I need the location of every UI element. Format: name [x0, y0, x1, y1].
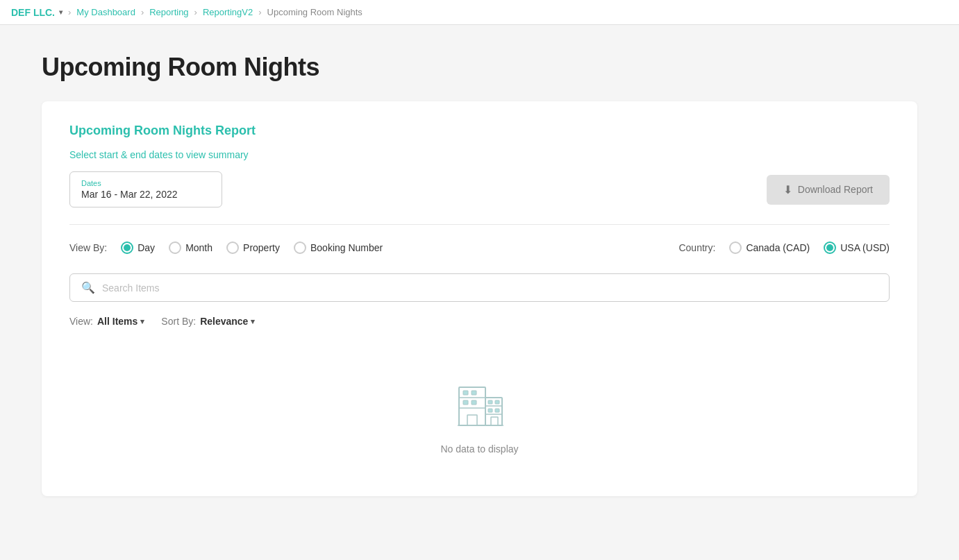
empty-state-text: No data to display	[440, 443, 518, 455]
report-subtitle: Upcoming Room Nights Report	[69, 124, 890, 138]
hint-static-2: &	[118, 149, 130, 160]
brand-name: DEF LLC.	[11, 7, 55, 18]
report-card: Upcoming Room Nights Report Select start…	[42, 101, 917, 496]
nav-reportingv2[interactable]: ReportingV2	[203, 7, 253, 17]
country-label: Country:	[678, 242, 715, 253]
sort-filter-chevron: ▾	[251, 317, 255, 326]
country-options: Country: Canada (CAD) USA (USD)	[678, 241, 890, 254]
view-filter-label: View:	[69, 316, 93, 327]
view-filter-value: All Items	[97, 316, 137, 327]
report-hint: Select start & end dates to view summary	[69, 149, 890, 160]
download-icon: ⬇	[783, 183, 792, 196]
date-picker[interactable]: Dates Mar 16 - Mar 22, 2022	[69, 171, 222, 207]
radio-day-circle	[121, 241, 133, 254]
dates-label: Dates	[81, 179, 210, 187]
svg-rect-13	[488, 409, 492, 412]
view-by-label: View By:	[69, 242, 107, 253]
radio-canada-circle	[729, 241, 742, 254]
hint-static-3: dates to view	[147, 149, 209, 160]
sep-1: ›	[68, 7, 71, 17]
svg-rect-14	[495, 409, 499, 412]
view-filter-dropdown[interactable]: All Items ▾	[97, 316, 144, 327]
hint-start: start	[99, 149, 118, 160]
nav-reporting[interactable]: Reporting	[149, 7, 188, 17]
sep-3: ›	[194, 7, 197, 17]
sort-filter-dropdown[interactable]: Relevance ▾	[200, 316, 255, 327]
radio-booking-label: Booking Number	[310, 242, 383, 253]
view-by-booking[interactable]: Booking Number	[294, 241, 383, 254]
sort-filter: Sort By: Relevance ▾	[161, 316, 255, 327]
download-report-button[interactable]: ⬇ Download Report	[767, 175, 890, 205]
svg-rect-5	[463, 400, 468, 405]
radio-property-label: Property	[243, 242, 280, 253]
view-by-property[interactable]: Property	[226, 241, 280, 254]
view-by-options: View By: Day Month Property Booking Numb…	[69, 241, 383, 254]
svg-rect-3	[463, 391, 468, 395]
brand-selector[interactable]: DEF LLC. ▾	[11, 7, 62, 18]
nav-dashboard[interactable]: My Dashboard	[76, 7, 135, 17]
radio-usa-label: USA (USD)	[840, 242, 890, 253]
view-filter: View: All Items ▾	[69, 316, 144, 327]
svg-rect-4	[472, 391, 476, 395]
hint-end: end	[130, 149, 146, 160]
download-label: Download Report	[798, 184, 873, 195]
building-icon	[452, 377, 508, 432]
section-divider	[69, 224, 890, 225]
search-icon: 🔍	[81, 281, 95, 294]
radio-month-label: Month	[185, 242, 212, 253]
sep-2: ›	[141, 7, 144, 17]
svg-rect-12	[495, 400, 499, 404]
country-usa[interactable]: USA (USD)	[824, 241, 890, 254]
sort-filter-value: Relevance	[200, 316, 248, 327]
hint-summary: summary	[208, 149, 249, 160]
view-by-month[interactable]: Month	[169, 241, 212, 254]
view-filter-chevron: ▾	[140, 317, 144, 326]
view-by-day[interactable]: Day	[121, 241, 155, 254]
brand-chevron: ▾	[59, 8, 62, 16]
svg-rect-15	[491, 417, 498, 425]
topbar: DEF LLC. ▾ › My Dashboard › Reporting › …	[0, 0, 959, 25]
svg-rect-11	[488, 400, 492, 404]
search-input[interactable]	[102, 282, 878, 294]
filter-row: View: All Items ▾ Sort By: Relevance ▾	[69, 316, 890, 327]
sort-filter-label: Sort By:	[161, 316, 196, 327]
date-download-row: Dates Mar 16 - Mar 22, 2022 ⬇ Download R…	[69, 171, 890, 207]
empty-state: No data to display	[69, 349, 890, 468]
search-bar[interactable]: 🔍	[69, 273, 890, 302]
radio-booking-circle	[294, 241, 306, 254]
hint-static-1: Select	[69, 149, 99, 160]
nav-current: Upcoming Room Nights	[267, 7, 362, 17]
page-content: Upcoming Room Nights Upcoming Room Night…	[0, 25, 959, 524]
dates-value: Mar 16 - Mar 22, 2022	[81, 189, 210, 200]
radio-usa-circle	[824, 241, 836, 254]
svg-rect-7	[467, 415, 477, 425]
svg-rect-6	[472, 400, 476, 405]
radio-property-circle	[226, 241, 239, 254]
view-by-row: View By: Day Month Property Booking Numb…	[69, 241, 890, 254]
radio-month-circle	[169, 241, 181, 254]
radio-canada-label: Canada (CAD)	[746, 242, 810, 253]
country-canada[interactable]: Canada (CAD)	[729, 241, 810, 254]
sep-4: ›	[258, 7, 261, 17]
page-title: Upcoming Room Nights	[42, 53, 917, 82]
radio-day-label: Day	[137, 242, 155, 253]
